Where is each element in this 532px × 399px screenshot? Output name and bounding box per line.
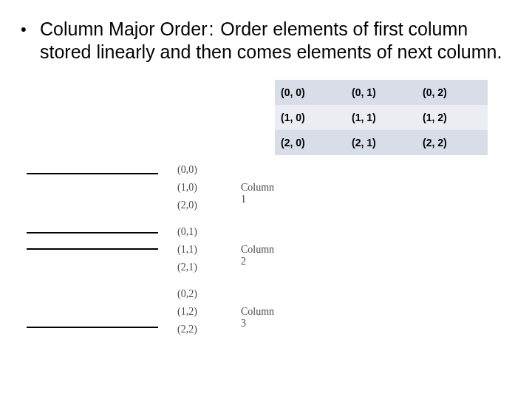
table-row: (0, 0) (0, 1) (0, 2) [275,80,488,105]
term-colon: : [207,18,215,39]
grid-cell: (0, 0) [275,80,346,105]
grid-cell: (1, 1) [346,105,417,130]
grid-cell: (2, 0) [275,130,346,155]
table-row: (1, 0) (1, 1) (1, 2) [275,105,488,130]
linear-cell: (2,0) [177,200,219,211]
linear-cell: (0,2) [177,288,219,300]
linear-cell: (1,2) [177,306,219,318]
column-label: Column 3 [241,306,274,330]
grid-cell: (2, 1) [346,130,417,155]
linear-cell: (0,0) [177,164,219,176]
blank-line [27,248,158,250]
column-label: Column 1 [241,182,274,205]
grid-cell: (2, 2) [417,130,488,155]
index-grid: (0, 0) (0, 1) (0, 2) (1, 0) (1, 1) (1, 2… [275,80,488,155]
term: Column Major Order [40,18,207,39]
linear-cell: (2,2) [177,324,219,335]
linear-cell: (2,1) [177,262,219,273]
blank-line [27,232,158,233]
bullet-text: Column Major Order: Order elements of fi… [40,18,511,64]
bullet-dot: • [21,19,27,40]
table-row: (2, 0) (2, 1) (2, 2) [275,130,488,155]
grid-cell: (0, 1) [346,80,417,105]
grid-cell: (1, 0) [275,105,346,130]
grid-cell: (0, 2) [417,80,488,105]
column-label: Column 2 [241,244,274,267]
blank-line [27,327,158,328]
blank-line [27,173,158,174]
linear-cell: (1,0) [177,182,219,194]
linear-cell: (1,1) [177,244,219,256]
linear-cell: (0,1) [177,226,219,238]
grid-cell: (1, 2) [417,105,488,130]
bullet-item: • Column Major Order: Order elements of … [21,18,511,64]
